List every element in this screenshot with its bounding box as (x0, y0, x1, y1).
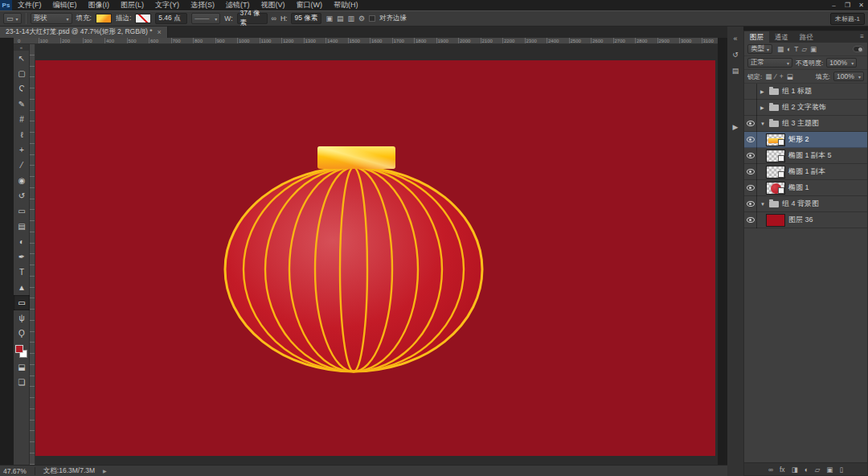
quick-mask-button[interactable]: ⬓ (14, 359, 30, 375)
status-flyout-icon[interactable]: ▶ (103, 468, 107, 474)
layer-row[interactable]: ▼组 4 背景图 (744, 196, 867, 212)
path-alignment-icon[interactable]: ▤ (337, 14, 344, 23)
eraser-tool[interactable]: ▭ (14, 203, 30, 219)
path-operations-icon[interactable]: ▣ (326, 14, 333, 23)
layer-row[interactable]: ▶组 1 标题 (744, 84, 867, 100)
zoom-tool[interactable]: Ϙ (14, 326, 30, 341)
visibility-toggle[interactable] (744, 148, 757, 164)
path-arrange-icon[interactable]: ▥ (347, 14, 354, 23)
expand-triangle-icon[interactable]: ▼ (760, 121, 766, 126)
layer-row[interactable]: 椭圆 1 (744, 180, 867, 196)
expand-triangle-icon[interactable]: ▶ (760, 88, 766, 94)
lock-position-icon[interactable]: + (780, 72, 784, 80)
move-tool[interactable]: ↖ (14, 51, 30, 66)
layer-row[interactable]: 椭圆 1 副本 (744, 164, 867, 180)
collapse-toolbar-icon[interactable]: « (14, 44, 29, 51)
quick-selection-tool[interactable]: ✎ (14, 96, 30, 112)
visibility-toggle[interactable] (744, 180, 757, 196)
foreground-color-swatch[interactable] (15, 345, 23, 353)
menu-item[interactable]: 图层(L) (115, 0, 149, 10)
visibility-toggle[interactable] (744, 196, 757, 212)
clone-stamp-tool[interactable]: ◉ (14, 173, 30, 188)
marquee-tool[interactable]: ▢ (14, 66, 30, 81)
lock-all-icon[interactable]: ⬓ (787, 72, 793, 80)
link-dimensions-icon[interactable]: ∞ (272, 14, 276, 23)
crop-tool[interactable]: # (14, 112, 30, 127)
hand-tool[interactable]: ψ (14, 310, 30, 326)
restore-button[interactable]: ❐ (841, 0, 854, 10)
lock-transparency-icon[interactable]: ▦ (765, 72, 772, 80)
new-layer-icon[interactable]: ▣ (826, 466, 833, 474)
filter-adjustment-layers-icon[interactable]: ◐ (787, 45, 791, 53)
history-brush-tool[interactable]: ↺ (14, 188, 30, 203)
layer-row[interactable]: 图层 36 (744, 212, 867, 228)
expand-dock-icon[interactable]: « (727, 35, 743, 43)
visibility-toggle[interactable] (744, 132, 757, 148)
fill-color-swatch[interactable] (96, 14, 112, 23)
visibility-toggle[interactable] (744, 164, 757, 180)
history-panel-icon[interactable]: ↺ (727, 51, 743, 59)
path-selection-tool[interactable]: ▲ (14, 280, 30, 295)
filter-pixel-layers-icon[interactable]: ▦ (777, 45, 784, 53)
pen-tool[interactable]: ✒ (14, 249, 30, 265)
collapse-arrow-icon[interactable]: ▶ (727, 123, 743, 131)
filter-type-layers-icon[interactable]: T (794, 45, 798, 53)
close-button[interactable]: ✕ (854, 0, 868, 10)
visibility-toggle[interactable] (744, 100, 757, 116)
layer-row[interactable]: 椭圆 1 副本 5 (744, 148, 867, 164)
expand-triangle-icon[interactable]: ▼ (760, 202, 766, 207)
menu-item[interactable]: 文字(Y) (149, 0, 185, 10)
menu-item[interactable]: 图像(I) (83, 0, 116, 10)
eyedropper-tool[interactable]: ℓ (14, 127, 30, 142)
gear-icon[interactable]: ⚙ (358, 14, 365, 23)
layer-row[interactable]: ▼组 3 主题图 (744, 116, 867, 132)
close-tab-icon[interactable]: × (157, 28, 161, 36)
visibility-toggle[interactable] (744, 116, 757, 132)
align-edges-checkbox[interactable] (369, 15, 375, 22)
panel-menu-icon[interactable]: ≡ (860, 31, 867, 43)
document-canvas[interactable] (35, 60, 715, 456)
canvas-viewport[interactable] (35, 44, 718, 465)
type-tool[interactable]: T (14, 265, 30, 280)
brush-tool[interactable]: ⁄ (14, 158, 30, 173)
stroke-color-swatch[interactable] (135, 14, 151, 23)
gradient-tool[interactable]: ▤ (14, 219, 30, 234)
filter-shape-layers-icon[interactable]: ▱ (801, 45, 807, 53)
menu-item[interactable]: 帮助(H) (328, 0, 364, 10)
tab-路径[interactable]: 路径 (794, 31, 819, 43)
tab-通道[interactable]: 通道 (769, 31, 794, 43)
tab-图层[interactable]: 图层 (744, 31, 769, 43)
stroke-width-field[interactable]: 5.46 点 (155, 13, 187, 24)
stroke-style-picker[interactable]: ——— ▾ (191, 13, 220, 24)
filter-smart-objects-icon[interactable]: ▣ (810, 45, 817, 53)
minimize-button[interactable]: – (827, 0, 841, 10)
tool-preset-picker[interactable]: ▭ ▾ (3, 13, 22, 24)
new-group-icon[interactable]: ▱ (815, 466, 821, 474)
tool-mode-select[interactable]: 形状 ▾ (31, 13, 72, 24)
healing-brush-tool[interactable]: + (14, 142, 30, 158)
layer-mask-icon[interactable]: ◨ (792, 466, 798, 474)
width-field[interactable]: 374 像素 (237, 13, 268, 24)
adjustment-layer-icon[interactable]: ◐ (805, 466, 809, 474)
menu-item[interactable]: 窗口(W) (291, 0, 329, 10)
workspace-switcher[interactable]: 未标题-1 (830, 13, 865, 25)
rectangle-tool[interactable]: ▭ (14, 295, 30, 310)
document-tab[interactable]: 23-1-14大红灯笼.psd @ 47.7%(矩形 2, RGB/8) * × (0, 27, 168, 38)
height-field[interactable]: 95 像素 (291, 13, 321, 24)
layer-row[interactable]: 矩形 2 (744, 132, 867, 148)
link-layers-icon[interactable]: ∞ (768, 466, 773, 474)
visibility-toggle[interactable] (744, 84, 757, 100)
fill-opacity-field[interactable]: 100% ▾ (833, 72, 864, 81)
filter-toggle[interactable] (853, 46, 864, 52)
menu-item[interactable]: 编辑(E) (47, 0, 83, 10)
opacity-field[interactable]: 100% ▾ (826, 58, 857, 68)
visibility-toggle[interactable] (744, 212, 757, 228)
dodge-tool[interactable]: ◐ (14, 234, 30, 249)
lasso-tool[interactable]: Ϛ (14, 81, 30, 96)
menu-item[interactable]: 文件(F) (12, 0, 47, 10)
screen-mode-button[interactable]: ❏ (14, 375, 30, 390)
expand-triangle-icon[interactable]: ▶ (760, 105, 766, 110)
blend-mode-select[interactable]: 正常 ▾ (747, 58, 792, 68)
layer-style-icon[interactable]: fx (780, 466, 785, 474)
delete-layer-icon[interactable]: ▯ (839, 466, 843, 474)
